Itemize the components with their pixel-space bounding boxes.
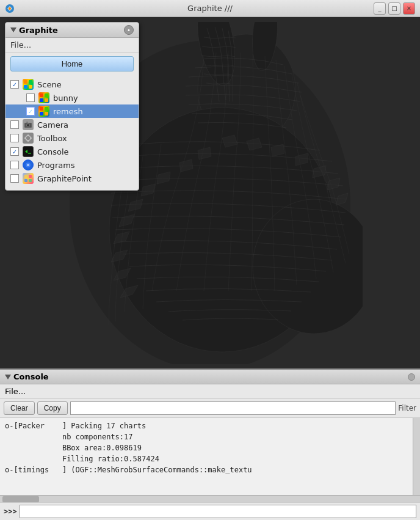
panel-title: Graphite [19,26,58,35]
panel-item-camera[interactable]: Camera [5,118,139,131]
console-panel-header: Console [0,370,420,384]
svg-rect-33 [40,107,43,111]
remesh-icon [38,106,49,117]
svg-point-38 [27,124,30,127]
console-input-row: >>> [0,502,420,520]
console-input[interactable] [20,505,416,518]
toolbox-checkbox[interactable] [10,134,19,142]
svg-rect-35 [40,112,43,115]
console-toolbar: Clear Copy Filter [0,399,420,418]
svg-rect-34 [45,107,48,111]
svg-rect-32 [45,98,48,102]
svg-rect-25 [24,80,27,84]
close-button[interactable]: × [403,2,415,15]
remesh-checkbox[interactable]: ✓ [26,107,35,115]
remesh-label: remesh [53,107,83,116]
bunny-icon [38,92,49,103]
console-output[interactable]: o-[Packer ] Packing 17 charts nb compone… [0,418,413,495]
panel-item-remesh[interactable]: ✓ remesh [5,104,139,118]
console-header-left: Console [5,372,49,381]
camera-label: Camera [37,120,68,130]
svg-rect-30 [45,93,48,97]
svg-point-1 [9,7,11,10]
camera-checkbox[interactable] [10,120,19,129]
svg-rect-39 [26,122,28,123]
h-scrollbar-thumb[interactable] [2,496,39,502]
maximize-button[interactable]: □ [388,2,400,15]
programs-icon [23,159,34,170]
window-title: Graphite /// [187,4,233,13]
programs-label: Programs [37,161,75,170]
graphitepoint-label: GraphitePoint [37,174,92,183]
titlebar-left [5,4,15,13]
bunny-checkbox[interactable] [26,93,35,102]
console-scrollbar[interactable] [413,418,420,495]
home-button[interactable]: Home [10,56,134,71]
panel-header-left: Graphite [10,26,58,35]
panel-item-console[interactable]: ✓ Console [5,145,139,158]
panel-file-row[interactable]: File... [5,38,139,53]
console-panel: Console File... Clear Copy Filter o-[Pac… [0,368,420,520]
console-icon [23,146,34,157]
svg-rect-31 [40,98,43,102]
console-prompt: >>> [4,507,17,516]
svg-rect-28 [29,85,32,89]
scene-icon [23,79,34,90]
svg-rect-29 [40,93,43,97]
svg-rect-26 [29,80,32,84]
svg-rect-50 [24,175,27,178]
console-checkbox[interactable]: ✓ [10,147,19,156]
panel-items-list: ✓ Scene [5,75,139,190]
console-file-label[interactable]: File... [5,387,26,396]
programs-checkbox[interactable] [10,161,19,169]
panel-close-button[interactable]: • [124,25,134,35]
console-line: nb components:17 [5,431,408,442]
console-line: o-[Packer ] Packing 17 charts [5,420,408,431]
horizontal-scrollbar[interactable] [0,495,420,502]
scene-panel: Graphite • File... Home ✓ [5,22,139,191]
panel-item-programs[interactable]: Programs [5,158,139,172]
svg-rect-46 [28,153,31,154]
svg-marker-45 [25,150,27,153]
panel-file-label[interactable]: File... [10,40,31,49]
panel-item-graphitepoint[interactable]: GraphitePoint [5,172,139,185]
panel-item-toolbox[interactable]: Toolbox [5,131,139,145]
app-icon [5,4,15,13]
bunny-label: bunny [53,93,78,103]
graphitepoint-checkbox[interactable] [10,174,19,183]
panel-header: Graphite • [5,23,139,38]
panel-item-bunny[interactable]: bunny [5,91,139,104]
toolbox-label: Toolbox [37,134,67,143]
scene-checkbox[interactable]: ✓ [10,80,19,89]
console-label: Console [37,147,69,156]
svg-point-40 [26,136,31,141]
svg-rect-53 [29,179,32,182]
console-collapse-icon [5,375,11,379]
copy-button[interactable]: Copy [37,401,68,415]
filter-input[interactable] [70,401,396,415]
console-line: o-[timings ] (OGF::MeshGrobSurfaceComman… [5,464,408,475]
collapse-icon [10,27,16,32]
svg-point-49 [27,164,29,166]
viewport[interactable]: Graphite • File... Home ✓ [0,17,420,368]
console-line: BBox area:0.098619 [5,442,408,453]
main-area: Graphite • File... Home ✓ [0,17,420,520]
filter-label: Filter [398,404,416,412]
panel-item-scene[interactable]: ✓ Scene [5,78,139,91]
minimize-button[interactable]: _ [374,2,386,15]
camera-icon [23,119,34,130]
toolbox-icon [23,133,34,144]
clear-button[interactable]: Clear [4,401,35,415]
console-file-row[interactable]: File... [0,384,420,399]
scene-label: Scene [37,80,62,89]
svg-rect-51 [29,175,32,178]
graphitepoint-icon [23,173,34,184]
titlebar: Graphite /// _ □ × [0,0,420,17]
svg-rect-27 [24,85,27,89]
console-panel-title: Console [13,372,49,381]
console-output-wrapper: o-[Packer ] Packing 17 charts nb compone… [0,418,420,495]
svg-rect-36 [45,112,48,115]
svg-rect-52 [24,179,27,182]
console-line: Filling ratio:0.587424 [5,453,408,464]
console-scroll-indicator [408,373,415,381]
